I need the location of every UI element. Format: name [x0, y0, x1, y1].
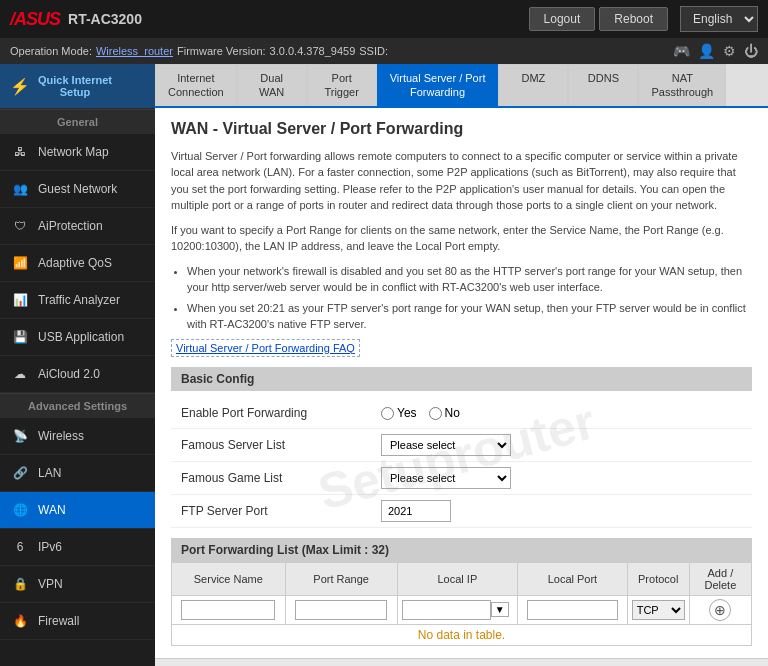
top-header: /ASUS RT-AC3200 Logout Reboot English: [0, 0, 768, 38]
no-data-text: No data in table.: [172, 624, 752, 645]
faq-link[interactable]: Virtual Server / Port Forwarding FAQ: [171, 339, 360, 357]
sidebar-item-adaptive-qos[interactable]: 📶 Adaptive QoS: [0, 245, 155, 282]
col-add-delete: Add / Delete: [689, 562, 751, 595]
col-local-port: Local Port: [518, 562, 628, 595]
local-ip-dropdown[interactable]: ▼: [491, 602, 509, 617]
add-button[interactable]: ⊕: [709, 599, 731, 621]
sidebar-item-quick-setup[interactable]: ⚡ Quick InternetSetup: [0, 64, 155, 109]
language-select[interactable]: English: [680, 6, 758, 32]
radio-yes-label[interactable]: Yes: [381, 406, 417, 420]
firewall-icon: 🔥: [10, 611, 30, 631]
famous-server-control: Please select: [381, 434, 511, 456]
sidebar-label-usb-application: USB Application: [38, 330, 124, 344]
sidebar-item-traffic-analyzer[interactable]: 📊 Traffic Analyzer: [0, 282, 155, 319]
model-name: RT-AC3200: [68, 11, 142, 27]
famous-server-row: Famous Server List Please select: [171, 429, 752, 462]
sidebar-item-lan[interactable]: 🔗 LAN: [0, 455, 155, 492]
aicloud-icon: ☁: [10, 364, 30, 384]
power-icon: ⏻: [744, 43, 758, 59]
ftp-port-input[interactable]: [381, 500, 451, 522]
famous-server-select[interactable]: Please select: [381, 434, 511, 456]
famous-game-select[interactable]: Please select: [381, 467, 511, 489]
tab-internet-connection[interactable]: InternetConnection: [155, 64, 237, 106]
tab-dmz[interactable]: DMZ: [498, 64, 568, 106]
top-buttons: Logout Reboot English: [529, 6, 758, 32]
ftp-port-row: FTP Server Port: [171, 495, 752, 528]
yes-text: Yes: [397, 406, 417, 420]
sidebar: ⚡ Quick InternetSetup General 🖧 Network …: [0, 64, 155, 666]
wireless-icon: 📡: [10, 426, 30, 446]
enable-pf-label: Enable Port Forwarding: [181, 406, 381, 420]
adaptive-qos-icon: 📶: [10, 253, 30, 273]
pf-table: Service Name Port Range Local IP Local P…: [171, 562, 752, 646]
content-area: InternetConnection DualWAN PortTrigger V…: [155, 64, 768, 666]
ipv6-icon: 6: [10, 537, 30, 557]
sidebar-item-aiprotection[interactable]: 🛡 AiProtection: [0, 208, 155, 245]
tab-virtual-server[interactable]: Virtual Server / PortForwarding: [377, 64, 499, 106]
sidebar-label-network-map: Network Map: [38, 145, 109, 159]
reboot-button[interactable]: Reboot: [599, 7, 668, 31]
local-port-input[interactable]: [527, 600, 618, 620]
sidebar-label-ipv6: IPv6: [38, 540, 62, 554]
sidebar-label-lan: LAN: [38, 466, 61, 480]
main-layout: ⚡ Quick InternetSetup General 🖧 Network …: [0, 64, 768, 666]
sidebar-item-network-map[interactable]: 🖧 Network Map: [0, 134, 155, 171]
tab-nat-passthrough[interactable]: NATPassthrough: [638, 64, 726, 106]
user-icon: 👤: [698, 43, 715, 59]
col-local-ip: Local IP: [397, 562, 517, 595]
famous-game-row: Famous Game List Please select: [171, 462, 752, 495]
table-row-input: ▼ TCP UDP BOTH ⊕: [172, 595, 752, 624]
quick-setup-label: Quick InternetSetup: [38, 74, 112, 98]
op-mode-label: Operation Mode:: [10, 45, 92, 57]
tabs-bar: InternetConnection DualWAN PortTrigger V…: [155, 64, 768, 108]
op-icons: 🎮 👤 ⚙ ⏻: [673, 43, 758, 59]
local-ip-input[interactable]: [402, 600, 491, 620]
col-port-range: Port Range: [285, 562, 397, 595]
aiprotection-icon: 🛡: [10, 216, 30, 236]
port-range-input[interactable]: [295, 600, 388, 620]
tab-port-trigger[interactable]: PortTrigger: [307, 64, 377, 106]
asus-logo: /ASUS: [10, 9, 60, 30]
sidebar-item-vpn[interactable]: 🔒 VPN: [0, 566, 155, 603]
lan-icon: 🔗: [10, 463, 30, 483]
col-service-name: Service Name: [172, 562, 286, 595]
tab-dual-wan[interactable]: DualWAN: [237, 64, 307, 106]
tab-ddns[interactable]: DDNS: [568, 64, 638, 106]
description-1: Virtual Server / Port forwarding allows …: [171, 148, 752, 214]
firmware-label: Firmware Version:: [177, 45, 266, 57]
sidebar-item-aicloud[interactable]: ☁ AiCloud 2.0: [0, 356, 155, 393]
radio-no[interactable]: [429, 407, 442, 420]
radio-yes[interactable]: [381, 407, 394, 420]
page-title: WAN - Virtual Server / Port Forwarding: [171, 120, 752, 138]
service-name-input[interactable]: [181, 600, 275, 620]
radio-no-label[interactable]: No: [429, 406, 460, 420]
sidebar-label-adaptive-qos: Adaptive QoS: [38, 256, 112, 270]
firmware-value: 3.0.0.4.378_9459: [270, 45, 356, 57]
gamepad-icon: 🎮: [673, 43, 690, 59]
basic-config-header: Basic Config: [171, 367, 752, 391]
sidebar-item-ipv6[interactable]: 6 IPv6: [0, 529, 155, 566]
op-mode-value[interactable]: Wireless_router: [96, 45, 173, 57]
no-data-row: No data in table.: [172, 624, 752, 645]
sidebar-item-wan[interactable]: 🌐 WAN: [0, 492, 155, 529]
sidebar-item-firewall[interactable]: 🔥 Firewall: [0, 603, 155, 640]
sidebar-label-guest-network: Guest Network: [38, 182, 117, 196]
settings-icon: ⚙: [723, 43, 736, 59]
enable-pf-control: Yes No: [381, 406, 460, 420]
col-protocol: Protocol: [627, 562, 689, 595]
sidebar-label-aicloud: AiCloud 2.0: [38, 367, 100, 381]
traffic-analyzer-icon: 📊: [10, 290, 30, 310]
sidebar-item-wireless[interactable]: 📡 Wireless: [0, 418, 155, 455]
quick-setup-icon: ⚡: [10, 77, 30, 96]
logout-button[interactable]: Logout: [529, 7, 596, 31]
usb-application-icon: 💾: [10, 327, 30, 347]
famous-server-label: Famous Server List: [181, 438, 381, 452]
ftp-port-control: [381, 500, 451, 522]
general-section-title: General: [0, 109, 155, 134]
famous-game-label: Famous Game List: [181, 471, 381, 485]
sidebar-item-guest-network[interactable]: 👥 Guest Network: [0, 171, 155, 208]
page-content: Setuprouter WAN - Virtual Server / Port …: [155, 108, 768, 658]
protocol-select[interactable]: TCP UDP BOTH: [632, 600, 685, 620]
guest-network-icon: 👥: [10, 179, 30, 199]
sidebar-item-usb-application[interactable]: 💾 USB Application: [0, 319, 155, 356]
